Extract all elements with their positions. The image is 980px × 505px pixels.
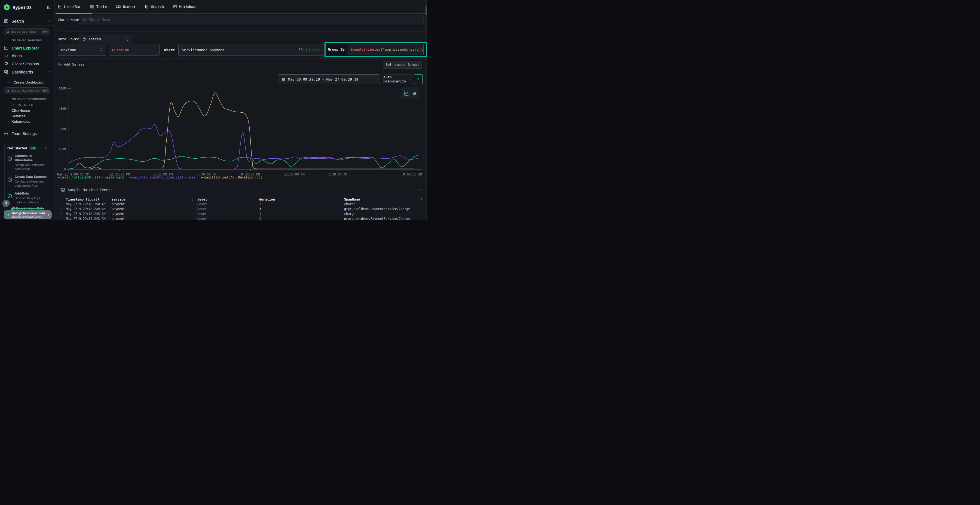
set-number-format-button[interactable]: Set number format (383, 61, 422, 68)
expand-row-icon[interactable]: › (60, 207, 62, 211)
column-header[interactable]: duration (259, 197, 275, 201)
add-series-button[interactable]: Add Series (58, 62, 84, 67)
legend-item[interactable]: —maxIf(toFloat640..Duration)))))· (201, 176, 267, 179)
chart-name-field[interactable] (79, 15, 424, 24)
data-source-select[interactable]: Traces (79, 35, 132, 43)
get-started-item[interactable]: Create Data SourcesConfigure where your … (7, 175, 48, 188)
group-by-highlighted-section: Group By SpanAttributes['app.payment.car… (325, 41, 427, 57)
svg-text:9:00:00 AM: 9:00:00 AM (403, 173, 422, 176)
tab-table[interactable]: Table (90, 5, 107, 9)
sidebar: HyperDX Search ⌘K No saved searches Char… (0, 0, 54, 220)
table-row[interactable]: › May 27 9:29:18.243 AMpaymentUnset1char… (57, 212, 426, 217)
column-header[interactable]: level (197, 197, 207, 201)
search-icon (6, 30, 10, 33)
help-button[interactable]: ? (2, 200, 10, 207)
sidebar-collapse-icon[interactable] (47, 5, 51, 10)
svg-text:300M: 300M (59, 127, 66, 131)
svg-text:0: 0 (64, 168, 66, 171)
legend-item[interactable]: —maxIf(toFloat640..)))·mastercard (58, 176, 124, 179)
column-header[interactable]: Timestamp (Local) (66, 197, 99, 201)
chart-legend: —maxIf(toFloat640..)))·mastercard —maxIf… (58, 176, 267, 179)
tab-line-bar[interactable]: Line/Bar (58, 5, 81, 9)
sidebar-item-chart-explorer[interactable]: Chart Explorer (4, 46, 51, 50)
tab-search[interactable]: Search (145, 5, 164, 9)
collapse-panel-icon[interactable] (418, 188, 421, 191)
number-123-icon: 123 (116, 5, 121, 8)
date-range-picker[interactable]: May 26 09:29:19 - May 27 09:29:19 (278, 74, 380, 84)
markdown-icon (173, 5, 177, 9)
legend-item[interactable]: —maxIf(toFloat640..tion)))))·visa (129, 176, 196, 179)
chevron-down-icon (410, 78, 412, 81)
user-menu[interactable]: D dale@clickhouse.com dale@clickhouse.co… (4, 210, 52, 219)
no-saved-searches-note: No saved searches (11, 38, 41, 42)
table-row[interactable]: › May 27 9:29:18.243 AMpaymentUnset1grpc… (57, 217, 426, 220)
run-query-button[interactable] (414, 74, 423, 84)
events-table-header: Timestamp (Local) ⁞ service ⁞ level ⁞ du… (57, 197, 426, 202)
search-section-label: Search (11, 19, 24, 24)
sidebar-item-alerts[interactable]: Alerts (4, 53, 51, 58)
column-header[interactable]: service (111, 197, 126, 201)
svg-text:600M: 600M (59, 87, 66, 91)
logo-row: HyperDX (3, 4, 51, 11)
aggregation-select[interactable]: Maximum (58, 44, 106, 56)
get-started-title: Get Started (7, 146, 27, 150)
group-by-field[interactable]: SpanAttributes['app.payment.card_type'] (348, 44, 423, 55)
tabs-divider (56, 13, 426, 14)
column-resize-handle[interactable]: ⁞ (338, 198, 339, 201)
check-circle-icon (7, 156, 12, 171)
expand-row-icon[interactable]: › (60, 217, 62, 220)
column-resize-handle[interactable]: ⁞ (192, 198, 193, 201)
chart-name-label: Chart Name (58, 18, 79, 22)
expand-row-icon[interactable]: › (60, 202, 62, 206)
events-panel-header[interactable]: Sample Matched Events (61, 188, 113, 192)
search-section-icon (4, 19, 8, 24)
tab-markdown[interactable]: Markdown (173, 5, 197, 9)
get-started-item[interactable]: Add DataStart sending logs, metrics, or … (7, 191, 48, 204)
table-options-kebab-icon[interactable]: ⋮ (420, 197, 423, 202)
expand-row-icon[interactable]: › (60, 212, 62, 216)
field-select[interactable]: Duration (109, 44, 159, 56)
saved-dashboards-search[interactable]: ⌘K (3, 87, 50, 94)
chart-type-tabs: Line/Bar Table 123 Number Search Markdow… (58, 0, 196, 13)
presets-header[interactable]: PRESETS (11, 103, 33, 106)
chevron-up-icon[interactable] (45, 147, 48, 150)
column-resize-handle[interactable]: ⁞ (253, 198, 255, 201)
saved-dashboards-input[interactable] (11, 89, 40, 92)
chevron-up-icon[interactable] (48, 19, 51, 23)
sidebar-section-search[interactable]: Search (4, 19, 51, 24)
timeseries-chart[interactable]: 0150M300M450M600MMay 26 9:00:00 AM12:30:… (57, 87, 425, 178)
saved-searches-search[interactable]: ⌘K (3, 28, 50, 35)
preset-services[interactable]: Services (11, 114, 25, 118)
get-started-item[interactable]: Connect to ClickHouseSet up your databas… (7, 154, 48, 171)
check-circle-icon (7, 177, 12, 188)
table-row[interactable]: › May 27 9:29:18.250 AMpaymentUnset1char… (57, 202, 426, 207)
table-row[interactable]: › May 27 9:29:18.249 AMpaymentUnset3grpc… (57, 207, 426, 212)
data-source-label: Data Source (58, 37, 81, 41)
create-dashboard-button[interactable]: + Create Dashboard (8, 80, 51, 84)
scrollbar-thumb[interactable] (425, 6, 427, 15)
group-by-label: Group By (328, 48, 345, 51)
data-source-value: Traces (88, 37, 101, 41)
chart-name-input[interactable] (83, 17, 420, 22)
avatar: D (5, 212, 10, 218)
laptop-icon (4, 62, 8, 66)
saved-searches-input[interactable] (11, 30, 40, 33)
chevron-up-icon[interactable] (48, 70, 51, 74)
sidebar-item-dashboards[interactable]: Dashboards (4, 70, 51, 74)
get-started-progress-badge: 3/3 (29, 146, 37, 150)
sidebar-item-team-settings[interactable]: Team Settings (4, 131, 51, 136)
get-started-hidden-item[interactable]: 🎉 Search Your Data (11, 206, 44, 210)
tab-number[interactable]: 123 Number (116, 5, 136, 9)
preset-kubernetes[interactable]: Kubernetes (11, 119, 30, 124)
query-language-toggle[interactable]: SQL|Lucene (299, 48, 320, 52)
column-resize-handle[interactable]: ⁞ (106, 198, 107, 201)
column-header[interactable]: SpanName (344, 197, 360, 201)
plus-icon: + (8, 80, 10, 84)
hyperdx-logo-icon (3, 4, 10, 11)
preset-clickhouse[interactable]: ClickHouse (11, 108, 30, 113)
where-filter-field[interactable]: ServiceName: payment SQL|Lucene (178, 44, 324, 56)
dashboards-icon (4, 70, 8, 74)
plus-circle-icon (58, 62, 62, 67)
granularity-select[interactable]: Auto Granularity (383, 74, 412, 84)
sidebar-item-client-sessions[interactable]: Client Sessions (4, 62, 51, 66)
